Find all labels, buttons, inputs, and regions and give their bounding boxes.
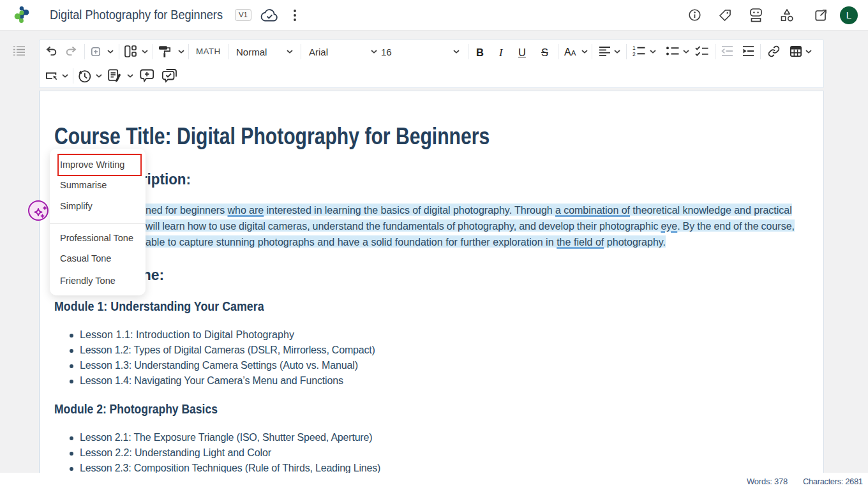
svg-text:1: 1 — [632, 45, 636, 51]
svg-text:2: 2 — [632, 51, 636, 57]
